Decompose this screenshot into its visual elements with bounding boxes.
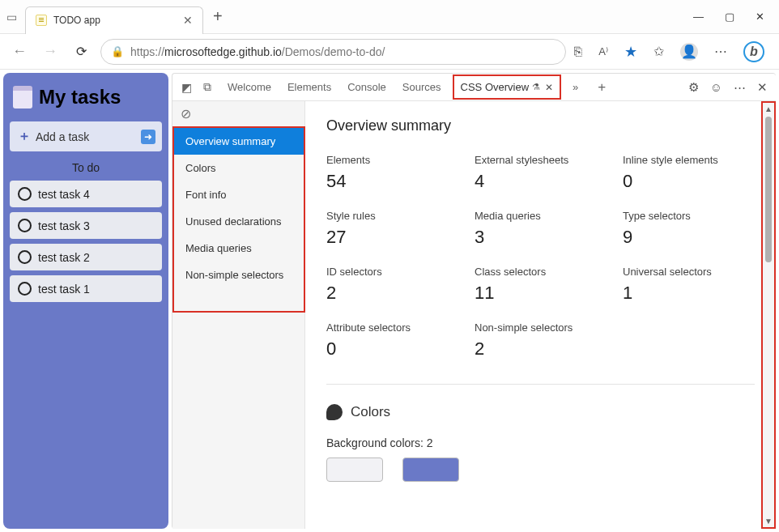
favorites-bar-icon[interactable]: ✩ [653, 44, 664, 59]
sidebar-item-non-simple-selectors[interactable]: Non-simple selectors [174, 262, 304, 288]
browser-tab[interactable]: TODO app ✕ [25, 6, 203, 34]
app-title: My tasks [39, 86, 121, 109]
scrollbar[interactable]: ▲ ▼ [761, 101, 776, 529]
css-overview-main: Overview summary Elements54External styl… [305, 101, 776, 529]
devtools-panel: ◩ ⧉ WelcomeElementsConsoleSources CSS Ov… [172, 73, 776, 529]
sidebar-item-font-info[interactable]: Font info [174, 181, 304, 208]
task-label: test task 1 [38, 283, 90, 296]
stat-label: Elements [326, 154, 458, 166]
settings-icon[interactable]: ⚙ [688, 80, 699, 95]
scroll-thumb[interactable] [765, 117, 772, 262]
tab-sources[interactable]: Sources [394, 74, 449, 100]
read-aloud-icon[interactable]: A⁾ [598, 45, 608, 57]
stat-style-rules: Style rules27 [326, 210, 458, 248]
profile-avatar[interactable]: 👤 [680, 43, 698, 61]
nav-back-button[interactable]: ← [8, 43, 31, 60]
url-host: microsoftedge.github.io [164, 45, 282, 58]
stat-non-simple-selectors: Non-simple selectors2 [475, 321, 607, 360]
experiment-icon: ⚗ [532, 82, 540, 92]
stat-value: 2 [475, 338, 607, 360]
task-checkbox[interactable] [18, 250, 32, 264]
stat-value: 9 [623, 227, 755, 248]
shopping-icon[interactable]: ⎘ [574, 45, 582, 59]
tab-favicon-icon [36, 15, 47, 26]
add-tab-button[interactable]: + [590, 73, 614, 102]
favorite-icon[interactable]: ★ [624, 43, 637, 61]
more-icon[interactable]: ⋯ [714, 44, 727, 59]
url-path: /Demos/demo-to-do/ [282, 45, 385, 58]
stat-class-selectors: Class selectors11 [475, 266, 607, 304]
tab-close-icon[interactable]: ✕ [183, 14, 193, 27]
url-prefix: https:// [130, 45, 164, 58]
todo-section-label: To do [10, 161, 162, 174]
bg-colors-label: Background colors: 2 [326, 436, 755, 449]
inspect-icon[interactable]: ◩ [177, 81, 195, 94]
lock-icon: 🔒 [111, 45, 124, 57]
tab-elements[interactable]: Elements [279, 74, 339, 100]
window-close-button[interactable]: ✕ [756, 11, 764, 23]
url-input[interactable]: 🔒 https://microsoftedge.github.io/Demos/… [100, 39, 566, 65]
task-item[interactable]: test task 3 [10, 212, 162, 239]
task-item[interactable]: test task 2 [10, 244, 162, 270]
window-maximize-button[interactable]: ▢ [725, 11, 734, 23]
stat-universal-selectors: Universal selectors1 [623, 266, 755, 304]
stat-attribute-selectors: Attribute selectors0 [326, 321, 458, 360]
stat-value: 1 [623, 283, 755, 304]
clipboard-icon [13, 86, 32, 109]
new-tab-button[interactable]: + [213, 7, 223, 26]
stat-value: 11 [475, 283, 607, 304]
tab-css-overview-label: CSS Overview [461, 81, 530, 93]
scroll-down-icon[interactable]: ▼ [764, 515, 773, 527]
devtools-more-icon[interactable]: ⋯ [734, 80, 746, 95]
tab-welcome[interactable]: Welcome [219, 74, 279, 100]
add-task-input[interactable]: ＋ Add a task ➜ [10, 121, 162, 151]
task-checkbox[interactable] [18, 219, 32, 232]
stat-value: 54 [326, 171, 458, 192]
feedback-icon[interactable]: ☺ [710, 80, 722, 94]
color-swatch[interactable] [326, 458, 383, 482]
nav-forward-button: → [39, 43, 62, 60]
stop-icon[interactable]: ⊘ [172, 101, 304, 126]
tab-css-overview[interactable]: CSS Overview ⚗ ✕ [453, 74, 562, 100]
bing-icon[interactable]: b [743, 41, 764, 62]
task-item[interactable]: test task 1 [10, 275, 162, 302]
stat-label: Universal selectors [623, 266, 755, 278]
tab-console[interactable]: Console [339, 74, 394, 100]
stat-value: 0 [326, 338, 458, 360]
todo-app-panel: My tasks ＋ Add a task ➜ To do test task … [3, 73, 168, 529]
sidebar-item-media-queries[interactable]: Media queries [174, 235, 304, 262]
stat-value: 2 [326, 283, 458, 304]
sidebar-item-colors[interactable]: Colors [174, 155, 304, 181]
tab-actions-icon[interactable]: ▭ [6, 11, 17, 23]
stat-elements: Elements54 [326, 154, 458, 192]
sidebar-item-overview-summary[interactable]: Overview summary [174, 128, 304, 155]
section-divider [326, 384, 755, 385]
sidebar-item-unused-declarations[interactable]: Unused declarations [174, 208, 304, 235]
tab-close-icon[interactable]: ✕ [545, 82, 553, 93]
window-titlebar: ▭ TODO app ✕ + — ▢ ✕ [0, 0, 779, 34]
device-toggle-icon[interactable]: ⧉ [198, 80, 216, 94]
stat-label: Class selectors [475, 266, 607, 278]
color-swatch[interactable] [402, 458, 459, 482]
task-checkbox[interactable] [18, 282, 32, 296]
task-item[interactable]: test task 4 [10, 181, 162, 207]
stat-label: Inline style elements [623, 154, 755, 166]
reload-button[interactable]: ⟳ [70, 44, 92, 59]
more-tabs-button[interactable]: » [564, 74, 586, 100]
overview-heading: Overview summary [326, 117, 755, 134]
plus-icon: ＋ [18, 128, 31, 145]
stat-label: Attribute selectors [326, 321, 458, 334]
tab-title: TODO app [53, 15, 177, 26]
stat-value: 0 [623, 171, 755, 192]
task-label: test task 4 [38, 188, 90, 201]
window-minimize-button[interactable]: — [693, 11, 704, 23]
task-label: test task 2 [38, 251, 90, 264]
stat-label: Style rules [326, 210, 458, 222]
devtools-close-icon[interactable]: ✕ [757, 80, 768, 95]
stat-label: External stylesheets [475, 154, 607, 166]
stat-type-selectors: Type selectors9 [623, 210, 755, 248]
scroll-up-icon[interactable]: ▲ [764, 103, 773, 115]
address-bar: ← → ⟳ 🔒 https://microsoftedge.github.io/… [0, 34, 779, 70]
submit-task-button[interactable]: ➜ [141, 130, 155, 144]
task-checkbox[interactable] [18, 187, 32, 201]
